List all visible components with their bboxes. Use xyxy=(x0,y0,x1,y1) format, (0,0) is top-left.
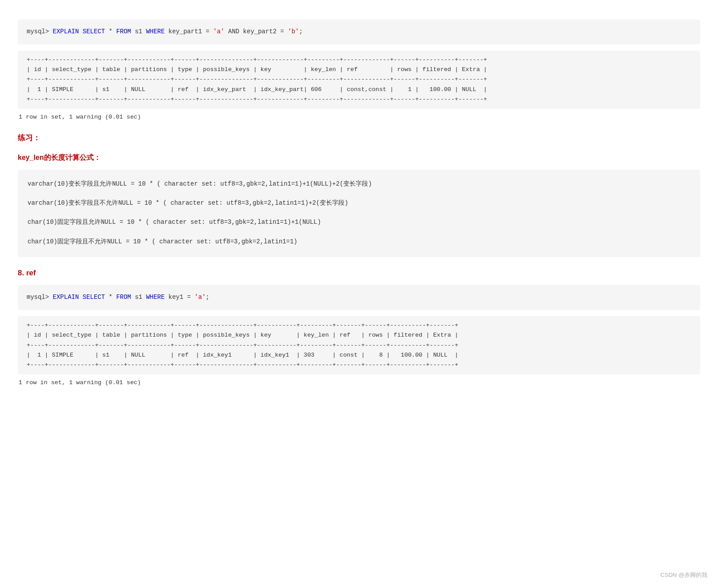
formula-sep-3 xyxy=(28,230,690,235)
table2-data: | 1 | SIMPLE | s1 | NULL | ref | idx_key… xyxy=(27,352,458,358)
sql-text-6: s1 xyxy=(131,294,146,301)
formula-sep-2 xyxy=(28,211,690,216)
sql-end-2: ; xyxy=(206,294,209,301)
sql-string-1a: 'a' xyxy=(213,28,224,35)
table2-sep-bot: +----+-------------+-------+------------… xyxy=(27,362,458,368)
sql-prompt-1: mysql> xyxy=(27,28,53,35)
result-text-1: 1 row in set, 1 warning (0.01 sec) xyxy=(18,112,700,122)
sub-heading: key_len的长度计算公式： xyxy=(18,152,700,163)
sql-keyword-from-1: FROM xyxy=(116,28,131,35)
table2-sep-top: +----+-------------+-------+------------… xyxy=(27,322,458,329)
table1-data: | 1 | SIMPLE | s1 | NULL | ref | idx_key… xyxy=(27,86,487,93)
section-heading: 练习： xyxy=(18,132,700,144)
sql-prompt-2: mysql> xyxy=(27,294,53,301)
section8-heading: 8. ref xyxy=(18,267,700,279)
sql-keyword-explain-2: EXPLAIN SELECT xyxy=(53,294,105,301)
table1-sep-bot: +----+-------------+-------+------------… xyxy=(27,96,487,103)
explain-table-1: +----+-------------+-------+------------… xyxy=(18,51,700,109)
sql-string-1b: 'b' xyxy=(288,28,299,35)
sql-keyword-where-1: WHERE xyxy=(146,28,165,35)
formula-line-2: varchar(10)变长字段且不允许NULL = 10 * ( charact… xyxy=(28,197,690,210)
formula-line-1: varchar(10)变长字段且允许NULL = 10 * ( characte… xyxy=(28,178,690,191)
table1-sep-top: +----+-------------+-------+------------… xyxy=(27,56,487,63)
formula-line-3: char(10)固定字段且允许NULL = 10 * ( character s… xyxy=(28,216,690,229)
result-text-2: 1 row in set, 1 warning (0.01 sec) xyxy=(18,378,700,388)
sql-block-1: mysql> EXPLAIN SELECT * FROM s1 WHERE ke… xyxy=(18,20,700,44)
table1-sep-mid: +----+-------------+-------+------------… xyxy=(27,76,487,83)
formula-block: varchar(10)变长字段且允许NULL = 10 * ( characte… xyxy=(18,170,700,258)
sql-text-7: key1 = xyxy=(165,294,194,301)
table2-sep-mid: +----+-------------+-------+------------… xyxy=(27,342,458,349)
explain-table-2: +----+-------------+-------+------------… xyxy=(18,316,700,374)
sql-block-2: mysql> EXPLAIN SELECT * FROM s1 WHERE ke… xyxy=(18,285,700,310)
sql-text-2: s1 xyxy=(131,28,146,35)
sql-end-1: ; xyxy=(299,28,302,35)
sql-string-2a: 'a' xyxy=(194,294,206,301)
sql-text-5: * xyxy=(105,294,116,301)
formula-line-4: char(10)固定字段且不允许NULL = 10 * ( character … xyxy=(28,235,690,248)
sql-text-4: AND key_part2 = xyxy=(224,28,288,35)
sql-text-1: * xyxy=(105,28,116,35)
sql-keyword-explain-1: EXPLAIN SELECT xyxy=(53,28,105,35)
table1-header: | id | select_type | table | partitions … xyxy=(27,66,487,73)
sql-text-3: key_part1 = xyxy=(165,28,213,35)
table2-header: | id | select_type | table | partitions … xyxy=(27,332,458,338)
formula-sep-1 xyxy=(28,191,690,197)
sql-keyword-from-2: FROM xyxy=(116,294,131,301)
sql-keyword-where-2: WHERE xyxy=(146,294,165,301)
